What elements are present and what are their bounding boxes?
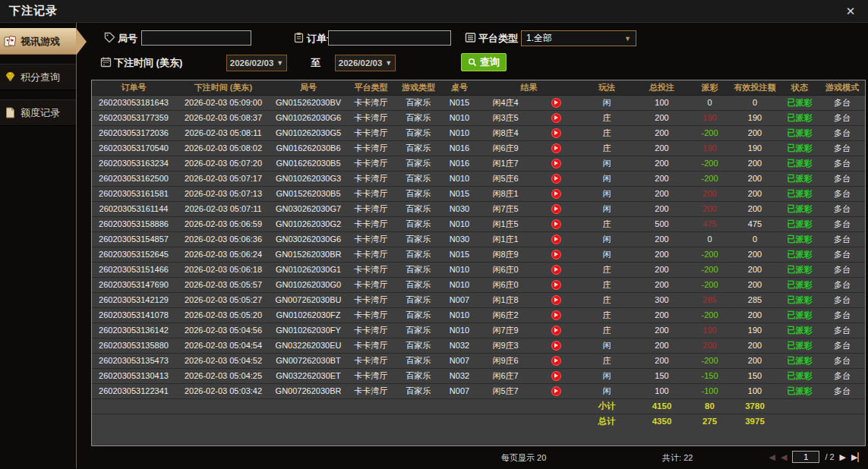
play-icon (554, 313, 558, 317)
sidebar-item-video-games[interactable]: 视讯游戏 (0, 28, 76, 55)
valid-bet-cell: 200 (730, 201, 780, 216)
platform-cell: 卡卡湾厅 (346, 140, 396, 156)
search-button[interactable]: 查询 (461, 53, 507, 71)
titlebar: 下注记录 ✕ (0, 0, 868, 23)
result-cell: 闲1庄1 (478, 231, 532, 247)
play-video-button[interactable] (551, 295, 561, 305)
page-number-input[interactable] (792, 451, 819, 463)
round-number-cell: GN010262030G6 (271, 110, 346, 125)
platform-cell: 卡卡湾厅 (346, 353, 396, 368)
play-video-button[interactable] (551, 204, 561, 214)
sidebar-item-points-query[interactable]: 积分查询 (0, 64, 76, 90)
play-video-button[interactable] (551, 250, 561, 260)
table-header-row: 订单号下注时间 (美东)局号平台类型游戏类型桌号结果玩法总投注派彩有效投注额状态… (92, 80, 865, 95)
summary-spacer (780, 398, 865, 414)
diamond-icon (4, 71, 17, 83)
play-video-button[interactable] (551, 341, 561, 351)
order-number-cell: 260203053151466 (92, 262, 175, 277)
result-cell: 闲8庄9 (478, 247, 532, 262)
play-video-button[interactable] (551, 159, 561, 168)
play-video-button[interactable] (551, 326, 561, 335)
total-bet-cell: 100 (634, 383, 690, 398)
total-bet-cell: 200 (634, 231, 690, 247)
round-number-cell: GN010262030FZ (271, 307, 346, 323)
prev-page-icon[interactable]: ◀ (781, 452, 787, 462)
page-size-text: 每页显示 20 (501, 452, 546, 464)
sidebar-item-label: 视讯游戏 (21, 35, 60, 49)
play-video-button[interactable] (551, 113, 561, 123)
play-video-button[interactable] (551, 189, 561, 199)
play-video-button[interactable] (551, 265, 561, 275)
play-video-button[interactable] (551, 174, 561, 184)
round-number-input[interactable] (141, 30, 251, 46)
order-number-input[interactable] (328, 30, 451, 46)
column-header: 状态 (780, 80, 819, 95)
total-row: 总计43502753975 (92, 414, 865, 429)
date-from-picker[interactable]: 2026/02/03 ▼ (226, 55, 287, 71)
play-method-cell: 闲 (579, 338, 634, 353)
platform-cell: 卡卡湾厅 (346, 171, 396, 186)
page-total-label: / 2 (825, 452, 834, 461)
platform-select[interactable]: 1.全部 ▼ (521, 30, 636, 46)
replay-cell (532, 125, 579, 140)
status-cell: 已派彩 (780, 277, 819, 292)
table-number-cell: N010 (440, 216, 478, 231)
play-video-button[interactable] (551, 371, 561, 381)
play-method-cell: 闲 (579, 231, 634, 247)
summary-spacer (92, 398, 579, 414)
replay-cell (532, 156, 579, 171)
game-type-cell: 百家乐 (396, 323, 440, 338)
valid-bet-cell: 100 (730, 383, 780, 398)
replay-cell (532, 338, 579, 353)
next-page-icon[interactable]: ▶ (840, 452, 846, 462)
first-page-icon[interactable]: ◀ (769, 452, 775, 462)
pagination: ◀ ◀ / 2 ▶ ▶▏ (769, 451, 864, 463)
play-method-cell: 闲 (579, 383, 634, 398)
bet-time-cell: 2026-02-03 05:04:54 (175, 338, 271, 353)
payout-cell: -100 (690, 383, 730, 398)
valid-bet-cell: 0 (730, 231, 780, 247)
table-row: 2602030531615812026-02-03 05:07:13GN0152… (92, 186, 865, 201)
total-bet-cell: 200 (634, 262, 690, 277)
chevron-down-icon: ▼ (276, 59, 283, 67)
play-video-button[interactable] (551, 280, 561, 290)
replay-cell (532, 201, 579, 216)
replay-cell (532, 277, 579, 292)
valid-bet-cell: 0 (730, 95, 780, 110)
total-count-label: 共计: (662, 453, 681, 462)
play-icon (554, 176, 558, 181)
last-page-icon[interactable]: ▶▏ (851, 452, 864, 462)
column-header: 结果 (478, 80, 579, 95)
table-row: 2602030531354732026-02-03 05:04:52GN0072… (92, 353, 865, 368)
filter-bar: 局号 订单号 平台类型 1.全部 (91, 23, 868, 80)
valid-bet-cell: 475 (730, 216, 780, 231)
platform-cell: 卡卡湾厅 (346, 201, 396, 216)
payout-cell: 200 (690, 338, 730, 353)
game-mode-cell: 多台 (819, 140, 865, 156)
table-number-cell: N010 (440, 323, 478, 338)
valid-bet-cell: 200 (730, 338, 780, 353)
status-cell: 已派彩 (780, 231, 819, 247)
play-video-button[interactable] (551, 310, 561, 320)
valid-bet-cell: 200 (730, 277, 780, 292)
game-mode-cell: 多台 (819, 247, 865, 262)
play-method-cell: 庄 (579, 307, 634, 323)
date-to-picker[interactable]: 2026/02/03 ▼ (335, 55, 396, 71)
play-icon (554, 389, 558, 393)
play-video-button[interactable] (551, 234, 561, 244)
play-video-button[interactable] (551, 143, 561, 153)
play-video-button[interactable] (551, 98, 561, 108)
payout-cell: -200 (690, 156, 730, 171)
close-icon[interactable]: ✕ (842, 3, 859, 20)
summary-spacer (92, 414, 579, 429)
summary-total-bet: 4150 (634, 398, 690, 414)
column-header: 平台类型 (346, 80, 396, 95)
play-video-button[interactable] (551, 356, 561, 366)
replay-cell (532, 110, 579, 125)
sidebar-item-quota-records[interactable]: 额度记录 (0, 99, 76, 126)
play-video-button[interactable] (551, 128, 561, 138)
play-video-button[interactable] (551, 386, 561, 396)
game-type-cell: 百家乐 (396, 216, 440, 231)
platform-cell: 卡卡湾厅 (346, 338, 396, 353)
play-video-button[interactable] (551, 219, 561, 229)
